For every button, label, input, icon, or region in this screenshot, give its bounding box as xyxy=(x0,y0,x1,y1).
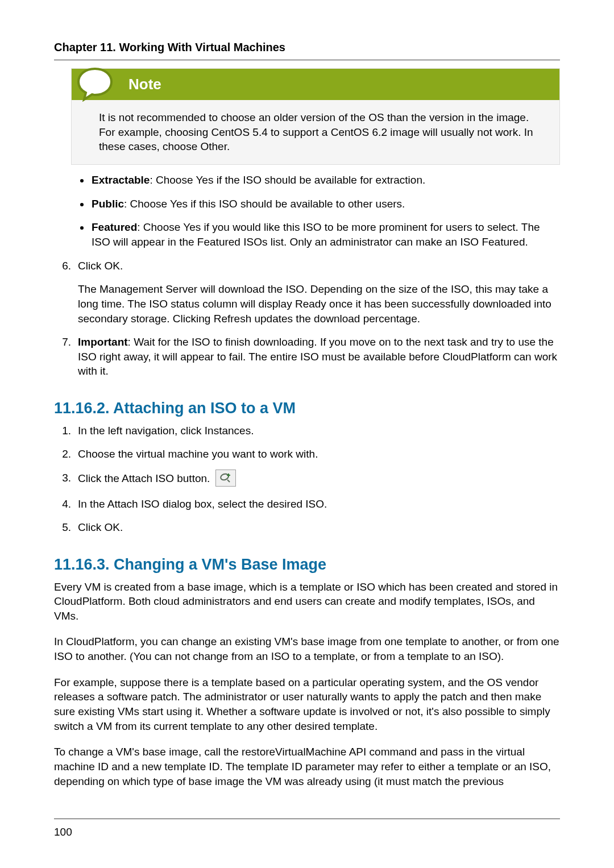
text-public: : Choose Yes if this ISO should be avail… xyxy=(124,198,405,210)
attach-step-4-number: 4. xyxy=(54,497,78,512)
page: Chapter 11. Working With Virtual Machine… xyxy=(0,0,614,868)
section-title-change-base: 11.16.3. Changing a VM's Base Image xyxy=(54,554,560,575)
attach-step-3: 3. Click the Attach ISO button. xyxy=(54,471,560,488)
term-important: Important xyxy=(78,336,128,348)
sec3-p2: In CloudPlatform, you can change an exis… xyxy=(54,634,560,663)
step-7-number: 7. xyxy=(54,335,78,379)
term-extractable: Extractable xyxy=(92,174,150,186)
attach-step-2-number: 2. xyxy=(54,447,78,462)
note-label: Note xyxy=(128,76,161,93)
chapter-header: Chapter 11. Working With Virtual Machine… xyxy=(54,40,560,60)
attach-step-5-number: 5. xyxy=(54,520,78,535)
numbered-steps-a: 6. Click OK. The Management Server will … xyxy=(54,259,560,379)
step-7-text: Important: Wait for the ISO to finish do… xyxy=(78,335,560,379)
term-featured: Featured xyxy=(92,221,137,233)
step-6-number: 6. xyxy=(54,259,78,326)
note-title-bar: Note xyxy=(72,69,559,100)
attach-step-2-text: Choose the virtual machine you want to w… xyxy=(78,447,560,462)
step-6-text-1: Click OK. xyxy=(78,259,560,273)
attach-step-1-text: In the left navigation, click Instances. xyxy=(78,423,560,438)
bullet-featured: Featured: Choose Yes if you would like t… xyxy=(90,220,560,249)
step-6: 6. Click OK. The Management Server will … xyxy=(54,259,560,326)
note-body: It is not recommended to choose an older… xyxy=(72,100,559,164)
page-footer: 100 xyxy=(54,819,560,840)
bullet-extractable: Extractable: Choose Yes if the ISO shoul… xyxy=(90,173,560,188)
text-extractable: : Choose Yes if the ISO should be availa… xyxy=(150,174,425,186)
svg-line-1 xyxy=(227,480,230,482)
attach-step-3-text-wrapper: Click the Attach ISO button. xyxy=(78,471,560,488)
step-7-rest: : Wait for the ISO to finish downloading… xyxy=(78,336,557,377)
attach-step-4: 4. In the Attach ISO dialog box, select … xyxy=(54,497,560,512)
section-title-attach-iso: 11.16.2. Attaching an ISO to a VM xyxy=(54,398,560,418)
page-number: 100 xyxy=(54,826,72,838)
sec3-p1: Every VM is created from a base image, w… xyxy=(54,580,560,624)
attach-step-5: 5. Click OK. xyxy=(54,520,560,535)
sec3-p3: For example, suppose there is a template… xyxy=(54,675,560,734)
option-bullets: Extractable: Choose Yes if the ISO shoul… xyxy=(90,173,560,250)
text-featured: : Choose Yes if you would like this ISO … xyxy=(92,221,540,248)
attach-step-1-number: 1. xyxy=(54,423,78,438)
step-6-text-2: The Management Server will download the … xyxy=(78,282,560,326)
attach-step-5-text: Click OK. xyxy=(78,520,560,535)
attach-step-1: 1. In the left navigation, click Instanc… xyxy=(54,423,560,438)
attach-step-3-number: 3. xyxy=(54,471,78,488)
numbered-steps-attach: 1. In the left navigation, click Instanc… xyxy=(54,423,560,535)
step-7: 7. Important: Wait for the ISO to finish… xyxy=(54,335,560,379)
attach-iso-icon xyxy=(215,470,236,487)
note-admonition: Note It is not recommended to choose an … xyxy=(71,68,560,165)
term-public: Public xyxy=(92,198,124,210)
attach-step-2: 2. Choose the virtual machine you want t… xyxy=(54,447,560,462)
sec3-p4: To change a VM's base image, call the re… xyxy=(54,745,560,788)
attach-step-3-text: Click the Attach ISO button. xyxy=(78,472,210,484)
section-body-change-base: Every VM is created from a base image, w… xyxy=(54,580,560,789)
speech-bubble-icon xyxy=(75,67,115,102)
bullet-public: Public: Choose Yes if this ISO should be… xyxy=(90,197,560,211)
attach-step-4-text: In the Attach ISO dialog box, select the… xyxy=(78,497,560,512)
